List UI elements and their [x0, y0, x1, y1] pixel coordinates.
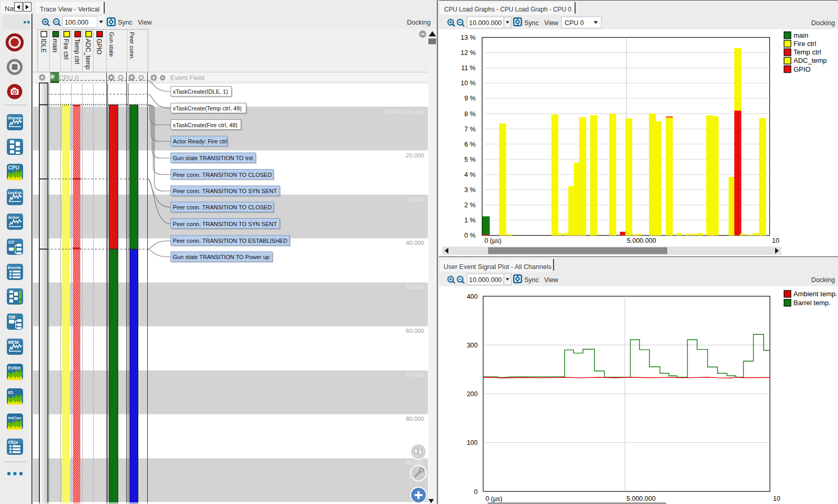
svg-text:50.000: 50.000	[406, 284, 424, 290]
svg-text:10.000 (ms.µs): 10.000 (ms.µs)	[384, 108, 424, 115]
svg-text:ADC_temp: ADC_temp	[84, 39, 92, 70]
svg-text:ADC_temp: ADC_temp	[793, 57, 827, 64]
svg-text:300: 300	[467, 342, 478, 349]
svg-text:Sync: Sync	[524, 276, 539, 284]
svg-text:10.000.000: 10.000.000	[469, 276, 502, 284]
svg-text:xTaskCreate(IDLE, 1): xTaskCreate(IDLE, 1)	[173, 88, 228, 95]
svg-text:3 %: 3 %	[464, 186, 476, 194]
svg-text:Peer conn.: Peer conn.	[129, 32, 135, 60]
svg-text:Ambient temp.: Ambient temp.	[793, 290, 837, 298]
svg-text:IDLE: IDLE	[40, 39, 47, 53]
svg-text:main: main	[51, 39, 59, 52]
svg-text:Peer conn. TRANSITION TO ESTAB: Peer conn. TRANSITION TO ESTABLISHED	[173, 238, 288, 244]
svg-text:90.000: 90.000	[406, 460, 424, 466]
svg-text:40.000: 40.000	[406, 240, 424, 246]
svg-text:CPU 0: CPU 0	[59, 74, 79, 82]
svg-text:Fire ctrl: Fire ctrl	[793, 40, 816, 48]
svg-text:Gun state: Gun state	[108, 32, 115, 57]
svg-text:IO: IO	[8, 390, 14, 395]
svg-text:Gun state TRANSITION TO Init: Gun state TRANSITION TO Init	[173, 155, 253, 161]
svg-text:xTaskCreate(Temp ctrl, 49): xTaskCreate(Temp ctrl, 49)	[173, 105, 241, 111]
svg-text:30.000: 30.000	[406, 196, 424, 203]
svg-text:80.000: 80.000	[406, 416, 424, 422]
svg-text:4 %: 4 %	[464, 171, 476, 178]
svg-text:6 %: 6 %	[464, 141, 476, 148]
svg-text:11 %: 11 %	[461, 64, 476, 72]
svg-text:1 %: 1 %	[464, 217, 476, 224]
svg-text:Peer conn. TRANSITION TO SYN S: Peer conn. TRANSITION TO SYN SENT	[173, 221, 277, 227]
svg-text:Docking: Docking	[811, 19, 835, 27]
svg-text:GPIO: GPIO	[95, 39, 103, 54]
svg-text:Objs: Objs	[8, 440, 18, 445]
svg-text:10 %: 10 %	[461, 80, 476, 87]
svg-text:8 %: 8 %	[464, 110, 476, 118]
svg-text:0 (µs): 0 (µs)	[486, 495, 502, 502]
svg-text:200: 200	[467, 390, 478, 398]
svg-text:Events: Events	[8, 265, 21, 270]
svg-text:13 %: 13 %	[461, 34, 476, 41]
svg-text:CF: CF	[8, 240, 14, 245]
svg-text:5.000.000: 5.000.000	[626, 495, 656, 502]
svg-text:SM: SM	[8, 315, 15, 320]
svg-text:EvtInt: EvtInt	[8, 365, 21, 371]
svg-text:2 %: 2 %	[464, 201, 476, 209]
svg-text:xTaskCreate(Fire ctrl, 48): xTaskCreate(Fire ctrl, 48)	[173, 122, 237, 128]
svg-text:0 (µs): 0 (µs)	[484, 237, 501, 244]
svg-text:12 %: 12 %	[461, 49, 476, 57]
svg-text:Fire ctrl: Fire ctrl	[62, 39, 70, 60]
svg-text:20.000: 20.000	[406, 152, 424, 159]
svg-text:Sync: Sync	[524, 19, 539, 27]
svg-text:60.000: 60.000	[406, 328, 424, 334]
svg-text:Barrel temp.: Barrel temp.	[793, 299, 831, 307]
svg-text:Event Field: Event Field	[170, 74, 204, 82]
svg-text:CPU 0: CPU 0	[565, 19, 584, 27]
svg-text:100: 100	[467, 439, 478, 446]
svg-text:GPIO: GPIO	[793, 65, 811, 73]
svg-text:70.000: 70.000	[406, 372, 424, 378]
svg-text:Gun state TRANSITION TO Power: Gun state TRANSITION TO Power up	[173, 254, 270, 260]
svg-text:IntCov: IntCov	[8, 416, 21, 420]
svg-text:5.000.000: 5.000.000	[627, 237, 656, 244]
svg-text:Peer conn. TRANSITION TO SYN S: Peer conn. TRANSITION TO SYN SENT	[173, 188, 277, 194]
svg-text:400: 400	[467, 293, 478, 300]
svg-text:Peer conn. TRANSITION TO CLOSE: Peer conn. TRANSITION TO CLOSED	[173, 172, 272, 178]
svg-text:View: View	[544, 276, 559, 284]
svg-text:Stream: Stream	[8, 115, 22, 120]
svg-text:0 %: 0 %	[464, 232, 476, 239]
svg-text:View: View	[544, 19, 559, 27]
svg-text:7 %: 7 %	[464, 126, 476, 133]
svg-text:CPU: CPU	[8, 165, 19, 171]
svg-text:Temp ctrl: Temp ctrl	[73, 39, 81, 64]
svg-text:10: 10	[773, 495, 780, 502]
svg-text:0: 0	[474, 488, 478, 496]
svg-text:Temp ctrl: Temp ctrl	[793, 48, 821, 56]
svg-text:Peer conn. TRANSITION TO CLOSE: Peer conn. TRANSITION TO CLOSED	[173, 204, 272, 210]
svg-text:main: main	[793, 31, 808, 39]
svg-text:Actor Ready: Fire ctrl: Actor Ready: Fire ctrl	[173, 138, 227, 144]
svg-text:10: 10	[772, 237, 779, 244]
svg-text:Docking: Docking	[811, 276, 835, 284]
svg-text:5 %: 5 %	[464, 156, 476, 163]
svg-text:10.000.000: 10.000.000	[469, 19, 502, 27]
svg-text:9 %: 9 %	[464, 95, 476, 102]
